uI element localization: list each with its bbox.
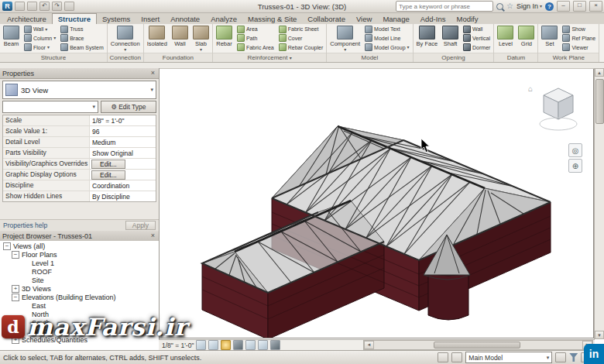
edit-button[interactable]: Edit...	[91, 170, 125, 180]
close-button[interactable]: ×	[589, 1, 602, 12]
instance-selector[interactable]: ▾	[2, 101, 98, 113]
worksets-icon[interactable]	[438, 352, 448, 362]
reveal-hidden-icon[interactable]	[270, 340, 280, 350]
property-row[interactable]: Scale1/8" = 1'-0"	[3, 115, 156, 126]
home-icon[interactable]: ⌂	[528, 84, 533, 93]
truss-button[interactable]: Truss	[59, 25, 105, 33]
panel-label-reinforcement[interactable]: Reinforcement ▾	[213, 53, 326, 62]
property-row[interactable]: Scale Value 1:96	[3, 126, 156, 137]
tab-architecture[interactable]: Architecture	[2, 14, 52, 24]
scroll-left-icon[interactable]: ◄	[364, 341, 374, 349]
tree-item[interactable]: +Schedules/Quantities	[0, 335, 159, 344]
apply-button[interactable]: Apply	[125, 221, 156, 230]
vertical-button[interactable]: Vertical	[462, 34, 492, 43]
favorites-star-icon[interactable]: ☆	[506, 2, 513, 10]
panel-label-structure[interactable]: Structure	[0, 53, 107, 62]
edit-type-button[interactable]: ⚙ Edit Type	[101, 101, 156, 113]
panel-label-datum[interactable]: Datum	[494, 53, 537, 62]
project-browser-header[interactable]: Project Browser - Trusses-01 ×	[0, 231, 159, 242]
panel-label-work-plane[interactable]: Work Plane	[538, 53, 599, 62]
tree-item[interactable]: ROOF	[0, 267, 159, 276]
wall-foundation-button[interactable]: Wall	[170, 25, 190, 52]
wall-opening-button[interactable]: Wall	[462, 25, 492, 33]
tree-item[interactable]: East	[0, 301, 159, 310]
horizontal-scrollbar[interactable]: ◄ ►	[363, 340, 593, 350]
scrollbar-thumb[interactable]	[434, 342, 520, 349]
slab-button[interactable]: Slab ▾	[191, 25, 211, 52]
visual-style-icon[interactable]	[208, 340, 218, 350]
edit-button[interactable]: Edit...	[91, 160, 125, 169]
search-icon[interactable]	[496, 3, 503, 10]
panel-label-foundation[interactable]: Foundation	[144, 53, 212, 62]
model-text-button[interactable]: Model Text	[363, 25, 410, 33]
tree-item[interactable]: −Floor Plans	[0, 250, 159, 259]
drawing-area[interactable]: ⌂ ◎ ⊕	[159, 68, 594, 338]
sign-in-button[interactable]: Sign In▾	[516, 2, 542, 10]
filter-icon[interactable]	[569, 353, 578, 362]
maximize-button[interactable]: □	[573, 1, 586, 12]
viewer-button[interactable]: Viewer	[561, 43, 597, 52]
tab-structure[interactable]: Structure	[52, 13, 97, 24]
property-value[interactable]: Coordination	[90, 182, 156, 190]
property-value[interactable]: Show Original	[90, 149, 156, 157]
undo-icon[interactable]: ↶	[39, 2, 50, 11]
shadows-icon[interactable]	[233, 340, 243, 350]
fabric-sheet-button[interactable]: Fabric Sheet	[277, 25, 325, 33]
scale-button[interactable]: 1/8" = 1'-0"	[162, 342, 194, 349]
tree-item[interactable]: West	[0, 327, 159, 335]
tree-item[interactable]: Level 1	[0, 259, 159, 267]
vertical-scrollbar[interactable]: ▲ ▼	[594, 68, 604, 339]
property-value[interactable]: Medium	[90, 139, 156, 146]
main-model-select[interactable]: Main Model ▾	[465, 352, 552, 363]
expander-icon[interactable]: −	[12, 294, 19, 301]
property-value[interactable]: 96	[90, 128, 156, 136]
wall-button[interactable]: Wall▾	[22, 25, 57, 33]
scroll-down-icon[interactable]: ▼	[595, 331, 604, 339]
cover-button[interactable]: Cover	[277, 34, 325, 43]
property-row[interactable]: Parts VisibilityShow Original	[3, 148, 156, 159]
panel-label-opening[interactable]: Opening	[414, 53, 494, 62]
tab-view[interactable]: View	[351, 14, 377, 24]
close-icon[interactable]: ×	[149, 70, 156, 77]
minimize-button[interactable]: –	[557, 1, 570, 12]
level-button[interactable]: Level	[496, 25, 515, 52]
view-cube[interactable]	[536, 83, 581, 134]
rebar-coupler-button[interactable]: Rebar Coupler	[277, 43, 325, 52]
shaft-button[interactable]: Shaft	[441, 25, 460, 52]
connection-button[interactable]: Connection ▾	[109, 25, 142, 52]
property-row[interactable]: Show Hidden LinesBy Discipline	[3, 191, 156, 201]
design-options-icon[interactable]	[451, 352, 462, 362]
grid-button[interactable]: Grid	[516, 25, 536, 52]
tree-item[interactable]: Site	[0, 276, 159, 284]
zoom-icon[interactable]: ⊕	[568, 159, 582, 173]
component-button[interactable]: Component ▾	[328, 25, 362, 52]
by-face-button[interactable]: By Face	[415, 25, 440, 52]
property-row[interactable]: DisciplineCoordination	[3, 180, 156, 191]
tab-massing-site[interactable]: Massing & Site	[242, 14, 302, 24]
ref-plane-button[interactable]: Ref Plane	[561, 34, 597, 43]
panel-label-model[interactable]: Model	[327, 53, 412, 62]
beam-button[interactable]: Beam	[2, 25, 21, 52]
steering-wheel-icon[interactable]: ◎	[568, 143, 582, 157]
editable-only-icon[interactable]	[555, 352, 566, 362]
rebar-button[interactable]: Rebar	[214, 25, 234, 52]
tree-item[interactable]: North	[0, 310, 159, 318]
scroll-up-icon[interactable]: ▲	[595, 68, 604, 77]
save-icon[interactable]	[27, 2, 37, 11]
tab-modify[interactable]: Modify	[451, 14, 483, 24]
expander-icon[interactable]: −	[3, 242, 11, 250]
help-icon[interactable]: ?	[545, 2, 554, 11]
expander-icon[interactable]: −	[12, 251, 19, 259]
tree-item[interactable]: South	[0, 318, 159, 327]
scrollbar-thumb[interactable]	[595, 79, 604, 124]
show-button[interactable]: Show	[561, 25, 597, 33]
tab-analyze[interactable]: Analyze	[205, 14, 242, 24]
sun-path-icon[interactable]	[221, 340, 231, 350]
properties-header[interactable]: Properties ×	[0, 68, 159, 79]
redo-icon[interactable]: ↷	[52, 2, 62, 11]
model-line-button[interactable]: Model Line	[363, 34, 410, 43]
property-row[interactable]: Detail LevelMedium	[3, 137, 156, 148]
property-value[interactable]: By Discipline	[90, 193, 156, 201]
area-button[interactable]: Area	[235, 25, 276, 33]
search-input[interactable]	[396, 1, 493, 12]
